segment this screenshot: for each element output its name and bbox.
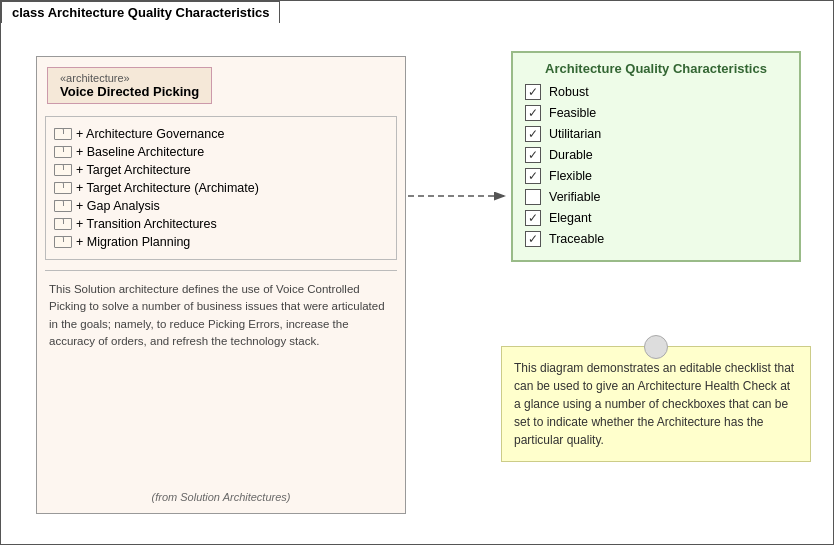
quality-item-label: Elegant	[549, 211, 591, 225]
arch-item-label: + Architecture Governance	[76, 127, 224, 141]
architecture-box: «architecture» Voice Directed Picking + …	[36, 56, 406, 514]
quality-item[interactable]: Feasible	[525, 105, 787, 121]
quality-checkbox[interactable]	[525, 189, 541, 205]
quality-item[interactable]: Traceable	[525, 231, 787, 247]
quality-checkbox[interactable]	[525, 84, 541, 100]
quality-item[interactable]: Verifiable	[525, 189, 787, 205]
quality-item[interactable]: Elegant	[525, 210, 787, 226]
arch-item-label: + Migration Planning	[76, 235, 190, 249]
quality-item-label: Traceable	[549, 232, 604, 246]
arch-item-label: + Baseline Architecture	[76, 145, 204, 159]
architecture-items-list: + Architecture Governance+ Baseline Arch…	[45, 116, 397, 260]
quality-item-label: Flexible	[549, 169, 592, 183]
arch-item-label: + Target Architecture (Archimate)	[76, 181, 259, 195]
quality-checkbox[interactable]	[525, 126, 541, 142]
quality-checkbox[interactable]	[525, 231, 541, 247]
folder-icon	[54, 200, 70, 212]
arch-item-label: + Transition Architectures	[76, 217, 217, 231]
quality-items-list: RobustFeasibleUtilitarianDurableFlexible…	[525, 84, 787, 247]
folder-icon	[54, 182, 70, 194]
folder-icon	[54, 146, 70, 158]
quality-item[interactable]: Robust	[525, 84, 787, 100]
quality-item[interactable]: Flexible	[525, 168, 787, 184]
arch-item: + Target Architecture (Archimate)	[54, 181, 388, 195]
arch-item: + Transition Architectures	[54, 217, 388, 231]
arch-item: + Architecture Governance	[54, 127, 388, 141]
quality-characteristics-title: Architecture Quality Characteristics	[525, 61, 787, 76]
arch-item: + Baseline Architecture	[54, 145, 388, 159]
folder-icon	[54, 218, 70, 230]
quality-item[interactable]: Durable	[525, 147, 787, 163]
folder-icon	[54, 128, 70, 140]
architecture-notes: This Solution architecture defines the u…	[45, 281, 397, 350]
stereotype-label: «architecture»	[60, 72, 199, 84]
quality-item-label: Robust	[549, 85, 589, 99]
quality-checkbox[interactable]	[525, 168, 541, 184]
note-box: This diagram demonstrates an editable ch…	[501, 346, 811, 462]
quality-checkbox[interactable]	[525, 210, 541, 226]
quality-item-label: Durable	[549, 148, 593, 162]
note-text: This diagram demonstrates an editable ch…	[514, 361, 794, 447]
folder-icon	[54, 236, 70, 248]
quality-item[interactable]: Utilitarian	[525, 126, 787, 142]
folder-icon	[54, 164, 70, 176]
from-label: (from Solution Architectures)	[152, 491, 291, 503]
divider	[45, 270, 397, 271]
architecture-name: Voice Directed Picking	[60, 84, 199, 99]
arch-item: + Gap Analysis	[54, 199, 388, 213]
architecture-header: «architecture» Voice Directed Picking	[47, 67, 212, 104]
diagram-container: class Architecture Quality Characteristi…	[0, 0, 834, 545]
quality-item-label: Verifiable	[549, 190, 600, 204]
arch-item: + Migration Planning	[54, 235, 388, 249]
quality-characteristics-box: Architecture Quality Characteristics Rob…	[511, 51, 801, 262]
quality-item-label: Feasible	[549, 106, 596, 120]
arch-item-label: + Target Architecture	[76, 163, 191, 177]
quality-checkbox[interactable]	[525, 147, 541, 163]
arch-item: + Target Architecture	[54, 163, 388, 177]
quality-item-label: Utilitarian	[549, 127, 601, 141]
quality-checkbox[interactable]	[525, 105, 541, 121]
arch-item-label: + Gap Analysis	[76, 199, 160, 213]
diagram-title: class Architecture Quality Characteristi…	[1, 1, 280, 23]
note-circle	[644, 335, 668, 359]
